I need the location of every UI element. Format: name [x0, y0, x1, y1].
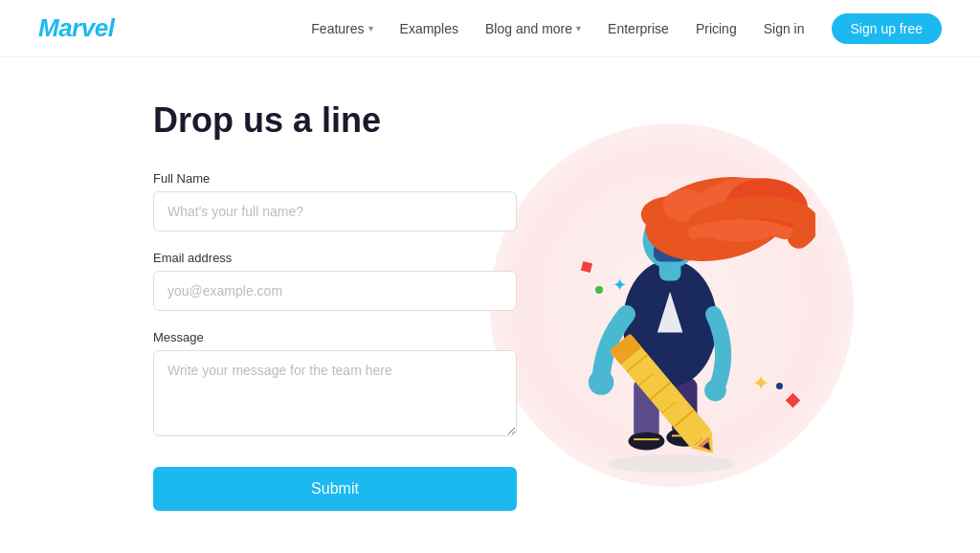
- chevron-icon-2: ▾: [576, 23, 581, 33]
- main-content: Drop us a line Full Name Email address M…: [0, 57, 980, 553]
- email-input[interactable]: [153, 271, 517, 311]
- deco-blue-dot: [776, 383, 783, 389]
- deco-yellow-star: ✦: [752, 371, 769, 396]
- contact-form-section: Drop us a line Full Name Email address M…: [153, 100, 517, 511]
- signin-link[interactable]: Sign in: [764, 21, 805, 36]
- full-name-label: Full Name: [153, 171, 517, 186]
- illustration-section: ✦ ✦: [517, 104, 827, 506]
- deco-green-dot: [595, 286, 603, 294]
- message-textarea[interactable]: [153, 350, 517, 436]
- full-name-group: Full Name: [153, 171, 517, 232]
- nav-features[interactable]: Features ▾: [311, 21, 372, 36]
- nav-examples[interactable]: Examples: [400, 21, 458, 36]
- email-label: Email address: [153, 251, 517, 265]
- logo[interactable]: Marvel: [38, 13, 114, 43]
- character-illustration: [528, 133, 815, 477]
- submit-button[interactable]: Submit: [153, 467, 517, 511]
- svg-point-0: [609, 454, 736, 473]
- navbar: Marvel Features ▾ Examples Blog and more…: [0, 0, 980, 57]
- nav-blog[interactable]: Blog and more ▾: [485, 21, 581, 36]
- nav-links: Features ▾ Examples Blog and more ▾ Ente…: [311, 13, 942, 44]
- email-group: Email address: [153, 251, 517, 311]
- svg-point-12: [704, 380, 726, 402]
- message-label: Message: [153, 330, 517, 344]
- nav-enterprise[interactable]: Enterprise: [608, 21, 669, 36]
- nav-pricing[interactable]: Pricing: [696, 21, 737, 36]
- full-name-input[interactable]: [153, 191, 517, 232]
- deco-star-icon: ✦: [612, 275, 627, 296]
- message-group: Message: [153, 330, 517, 440]
- svg-point-11: [589, 369, 614, 395]
- chevron-icon: ▾: [368, 23, 373, 33]
- signup-button[interactable]: Sign up free: [832, 13, 943, 44]
- form-title: Drop us a line: [153, 100, 517, 141]
